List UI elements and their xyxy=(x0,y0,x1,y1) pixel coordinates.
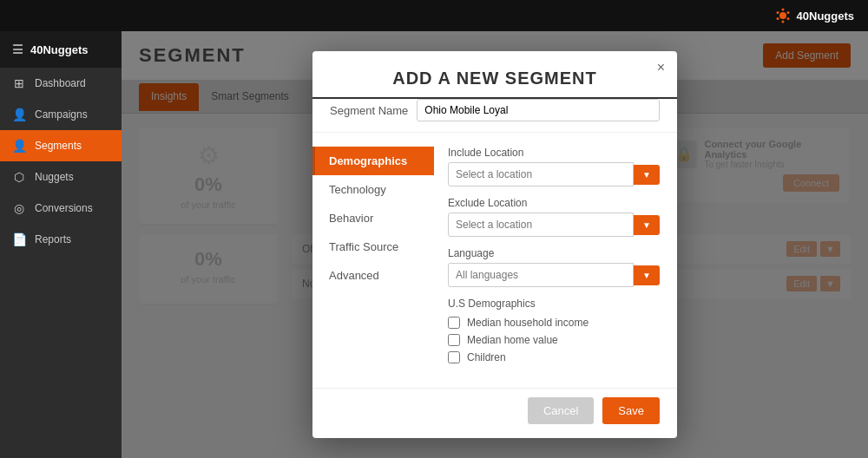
svg-point-4 xyxy=(781,21,784,23)
top-bar: 40Nuggets xyxy=(0,0,868,31)
sidebar-logo: 40Nuggets xyxy=(30,43,88,56)
modal-overlay: ADD A NEW SEGMENT × Segment Name Demogra… xyxy=(122,31,868,458)
children-label: Children xyxy=(467,351,506,363)
checkbox-median-income: Median household income xyxy=(448,317,660,329)
save-button[interactable]: Save xyxy=(602,397,660,424)
include-location-input[interactable] xyxy=(448,162,634,186)
sidebar-label-dashboard: Dashboard xyxy=(35,77,86,89)
language-dropdown-button[interactable]: ▼ xyxy=(634,265,660,285)
segments-icon: 👤 xyxy=(12,139,26,153)
modal-body: Demographics Technology Behavior Traffic… xyxy=(312,133,677,388)
sidebar-item-campaigns[interactable]: 👤 Campaigns xyxy=(0,99,122,130)
svg-point-5 xyxy=(776,17,779,20)
dashboard-icon: ⊞ xyxy=(12,76,26,90)
modal-footer: Cancel Save xyxy=(312,388,677,438)
sidebar-label-reports: Reports xyxy=(35,233,71,245)
include-location-label: Include Location xyxy=(448,147,660,159)
children-checkbox[interactable] xyxy=(448,351,460,363)
brand-icon xyxy=(774,7,792,24)
brand-label: 40Nuggets xyxy=(797,10,854,23)
language-label: Language xyxy=(448,247,660,259)
nuggets-icon: ⬡ xyxy=(12,170,26,184)
modal-right-content: Include Location ▼ Exclude Location xyxy=(434,147,677,388)
checkbox-home-value: Median home value xyxy=(448,334,660,346)
us-demographics-group: U.S Demographics Median household income… xyxy=(448,298,660,363)
us-demographics-title: U.S Demographics xyxy=(448,298,660,310)
modal-nav-traffic-source[interactable]: Traffic Source xyxy=(312,232,434,261)
app-layout: ☰ 40Nuggets ⊞ Dashboard 👤 Campaigns 👤 Se… xyxy=(0,31,868,458)
modal-nav-behavior[interactable]: Behavior xyxy=(312,204,434,232)
brand: 40Nuggets xyxy=(774,7,854,24)
sidebar-header: ☰ 40Nuggets xyxy=(0,31,122,68)
exclude-location-select-wrapper: ▼ xyxy=(448,213,660,237)
sidebar-label-nuggets: Nuggets xyxy=(35,171,74,183)
main-content: SEGMENT Add Segment Insights Smart Segme… xyxy=(122,31,868,458)
median-income-checkbox[interactable] xyxy=(448,317,460,329)
add-segment-modal: ADD A NEW SEGMENT × Segment Name Demogra… xyxy=(312,51,677,438)
hamburger-icon[interactable]: ☰ xyxy=(12,43,23,56)
modal-nav-advanced[interactable]: Advanced xyxy=(312,261,434,290)
language-select-wrapper: ▼ xyxy=(448,263,660,287)
svg-point-1 xyxy=(781,9,784,11)
sidebar-item-reports[interactable]: 📄 Reports xyxy=(0,224,122,255)
modal-nav-technology[interactable]: Technology xyxy=(312,175,434,204)
svg-point-6 xyxy=(776,11,779,14)
modal-close-button[interactable]: × xyxy=(657,60,665,75)
sidebar-item-dashboard[interactable]: ⊞ Dashboard xyxy=(0,68,122,99)
include-location-group: Include Location ▼ xyxy=(448,147,660,186)
home-value-checkbox[interactable] xyxy=(448,334,460,346)
exclude-location-label: Exclude Location xyxy=(448,197,660,209)
modal-title: ADD A NEW SEGMENT xyxy=(339,69,651,88)
segment-name-label: Segment Name xyxy=(330,104,408,117)
modal-header: ADD A NEW SEGMENT × xyxy=(312,51,677,99)
segment-name-input[interactable] xyxy=(417,99,660,121)
language-group: Language ▼ xyxy=(448,247,660,287)
language-input[interactable] xyxy=(448,263,634,287)
reports-icon: 📄 xyxy=(12,232,26,246)
include-location-dropdown-button[interactable]: ▼ xyxy=(634,165,660,185)
exclude-location-group: Exclude Location ▼ xyxy=(448,197,660,237)
include-location-select-wrapper: ▼ xyxy=(448,162,660,186)
campaigns-icon: 👤 xyxy=(12,108,26,121)
exclude-location-input[interactable] xyxy=(448,213,634,237)
sidebar-item-conversions[interactable]: ◎ Conversions xyxy=(0,193,122,224)
sidebar-nav: ⊞ Dashboard 👤 Campaigns 👤 Segments ⬡ Nug… xyxy=(0,68,122,458)
conversions-icon: ◎ xyxy=(12,201,26,215)
modal-nav-demographics[interactable]: Demographics xyxy=(312,147,434,175)
home-value-label: Median home value xyxy=(467,334,558,346)
sidebar-item-segments[interactable]: 👤 Segments xyxy=(0,130,122,161)
svg-point-3 xyxy=(786,17,789,20)
segment-name-row: Segment Name xyxy=(312,99,677,133)
median-income-label: Median household income xyxy=(467,317,589,329)
checkbox-children: Children xyxy=(448,351,660,363)
sidebar-label-conversions: Conversions xyxy=(35,202,93,214)
svg-point-2 xyxy=(786,11,789,14)
sidebar: ☰ 40Nuggets ⊞ Dashboard 👤 Campaigns 👤 Se… xyxy=(0,31,122,458)
sidebar-label-campaigns: Campaigns xyxy=(35,108,88,121)
sidebar-label-segments: Segments xyxy=(35,140,82,152)
exclude-location-dropdown-button[interactable]: ▼ xyxy=(634,215,660,235)
cancel-button[interactable]: Cancel xyxy=(528,397,594,424)
svg-point-0 xyxy=(779,12,786,19)
sidebar-item-nuggets[interactable]: ⬡ Nuggets xyxy=(0,161,122,193)
modal-nav: Demographics Technology Behavior Traffic… xyxy=(312,147,434,388)
